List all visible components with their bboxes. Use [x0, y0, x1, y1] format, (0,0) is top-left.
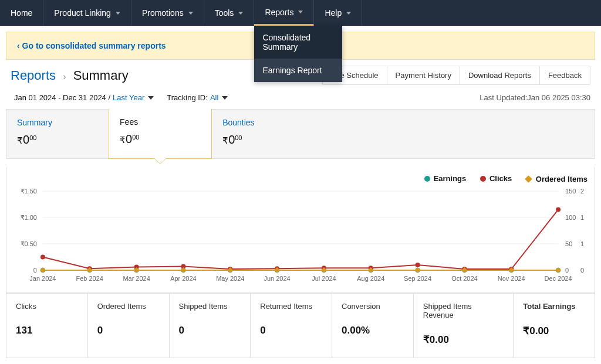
- card-value: ₹000: [222, 133, 303, 147]
- svg-rect-63: [555, 267, 561, 273]
- metric-shipped: Shipped Items 0: [170, 294, 251, 358]
- metric-conversion: Conversion 0.00%: [332, 294, 414, 358]
- svg-text:0: 0: [33, 266, 37, 273]
- metric-returned: Returned Items 0: [251, 294, 332, 358]
- metric-clicks: Clicks 131: [6, 294, 88, 358]
- metric-value: ₹0.00: [523, 325, 585, 337]
- card-title: Fees: [120, 117, 201, 127]
- svg-text:₹0.50: ₹0.50: [21, 240, 37, 247]
- chart: 0₹0.50₹1.00₹1.500501001500112Jan 2024Feb…: [13, 188, 588, 288]
- link-feedback[interactable]: Feedback: [540, 66, 590, 84]
- metric-value: 131: [16, 325, 78, 336]
- metric-value: 0.00%: [342, 325, 404, 336]
- metrics-row: Clicks 131 Ordered Items 0 Shipped Items…: [6, 293, 595, 358]
- chevron-down-icon: [238, 12, 243, 15]
- chevron-down-icon: [188, 12, 193, 15]
- svg-text:Jul 2024: Jul 2024: [312, 274, 336, 281]
- reports-dropdown: Consolidated Summary Earnings Report: [254, 26, 342, 82]
- svg-text:Aug 2024: Aug 2024: [357, 274, 384, 281]
- chevron-down-icon[interactable]: [222, 96, 228, 100]
- card-title: Summary: [17, 118, 98, 127]
- link-payment-history[interactable]: Payment History: [387, 66, 460, 84]
- consolidated-link[interactable]: ‹ Go to consolidated summary reports: [17, 41, 166, 50]
- svg-rect-55: [180, 267, 186, 273]
- top-nav: Home Product Linking Promotions Tools Re…: [0, 0, 601, 26]
- svg-text:Dec 2024: Dec 2024: [545, 274, 572, 281]
- svg-text:1: 1: [580, 240, 584, 247]
- date-range-text: Jan 01 2024 - Dec 31 2024 /: [14, 93, 110, 102]
- chevron-down-icon: [116, 12, 120, 15]
- nav-home[interactable]: Home: [0, 0, 43, 26]
- metric-total-earnings: Total Earnings ₹0.00: [514, 294, 595, 358]
- metric-label: Returned Items: [260, 302, 322, 311]
- svg-point-40: [40, 254, 45, 259]
- svg-text:50: 50: [565, 240, 572, 247]
- filter-row: Jan 01 2024 - Dec 31 2024 / Last Year Tr…: [0, 90, 601, 109]
- card-fees[interactable]: Fees ₹000: [109, 109, 212, 159]
- dot-icon: [424, 176, 430, 182]
- metric-value: 0: [97, 325, 160, 336]
- nav-label: Help: [325, 8, 342, 18]
- chevron-down-icon: [298, 11, 303, 13]
- svg-text:1: 1: [580, 214, 584, 221]
- link-download-reports[interactable]: Download Reports: [460, 66, 540, 84]
- breadcrumb-sep: ›: [63, 72, 66, 81]
- metric-label: Shipped Items: [179, 302, 241, 311]
- metric-label: Ordered Items: [97, 302, 160, 311]
- legend-ordered[interactable]: Ordered Items: [526, 175, 588, 183]
- svg-text:Oct 2024: Oct 2024: [451, 274, 478, 281]
- card-value: ₹000: [17, 133, 98, 147]
- metric-value: 0: [260, 325, 322, 336]
- tracking-picker[interactable]: All: [210, 93, 218, 102]
- nav-label: Reports: [265, 8, 293, 17]
- card-value: ₹000: [120, 132, 201, 146]
- metric-value: ₹0.00: [423, 334, 504, 346]
- nav-promotions[interactable]: Promotions: [131, 0, 204, 26]
- metric-label: Conversion: [342, 302, 404, 311]
- tracking-label: Tracking ID:: [167, 93, 208, 102]
- metric-revenue: Shipped Items Revenue ₹0.00: [414, 294, 514, 358]
- header-links: Fee Schedule Payment History Download Re…: [322, 66, 590, 85]
- card-bounties[interactable]: Bounties ₹000: [212, 110, 314, 158]
- svg-text:Apr 2024: Apr 2024: [170, 274, 197, 281]
- card-summary[interactable]: Summary ₹000: [6, 110, 109, 158]
- svg-text:0: 0: [565, 266, 569, 273]
- metric-ordered: Ordered Items 0: [88, 294, 170, 358]
- chart-container: Earnings Clicks Ordered Items 0₹0.50₹1.0…: [6, 167, 595, 293]
- chevron-down-icon[interactable]: [148, 96, 154, 100]
- summary-cards: Summary ₹000 Fees ₹000 Bounties ₹000: [6, 109, 595, 159]
- dropdown-earnings-report[interactable]: Earnings Report: [254, 59, 342, 82]
- breadcrumb-root[interactable]: Reports: [11, 68, 56, 83]
- svg-text:2: 2: [580, 188, 584, 195]
- date-range-picker[interactable]: Last Year: [113, 93, 144, 102]
- svg-text:₹1.50: ₹1.50: [21, 188, 37, 195]
- dropdown-consolidated-summary[interactable]: Consolidated Summary: [254, 26, 342, 59]
- nav-product-linking[interactable]: Product Linking: [43, 0, 131, 26]
- card-spacer: [314, 110, 595, 158]
- metric-label: Shipped Items Revenue: [423, 302, 504, 319]
- legend-earnings[interactable]: Earnings: [424, 174, 467, 183]
- nav-tools[interactable]: Tools: [204, 0, 255, 26]
- svg-text:0: 0: [580, 266, 584, 273]
- metric-label: Clicks: [16, 302, 78, 311]
- svg-point-48: [416, 262, 420, 267]
- chevron-down-icon: [346, 12, 351, 15]
- nav-label: Promotions: [142, 8, 184, 18]
- metric-value: 0: [179, 325, 241, 336]
- nav-reports[interactable]: Reports Consolidated Summary Earnings Re…: [254, 0, 314, 26]
- svg-text:150: 150: [565, 188, 576, 195]
- card-title: Bounties: [222, 118, 303, 127]
- dot-icon: [480, 176, 486, 182]
- svg-text:Feb 2024: Feb 2024: [76, 274, 103, 281]
- svg-text:₹1.00: ₹1.00: [21, 214, 37, 221]
- nav-help[interactable]: Help: [314, 0, 362, 26]
- chart-legend: Earnings Clicks Ordered Items: [13, 174, 588, 183]
- legend-clicks[interactable]: Clicks: [480, 174, 512, 183]
- breadcrumb: Reports › Summary: [11, 68, 129, 83]
- svg-text:May 2024: May 2024: [216, 274, 244, 281]
- svg-point-51: [556, 207, 561, 212]
- svg-text:Sep 2024: Sep 2024: [404, 274, 431, 281]
- last-updated: Last Updated:Jan 06 2025 03:30: [480, 93, 590, 102]
- svg-text:Mar 2024: Mar 2024: [123, 274, 150, 281]
- page-title: Summary: [73, 68, 129, 83]
